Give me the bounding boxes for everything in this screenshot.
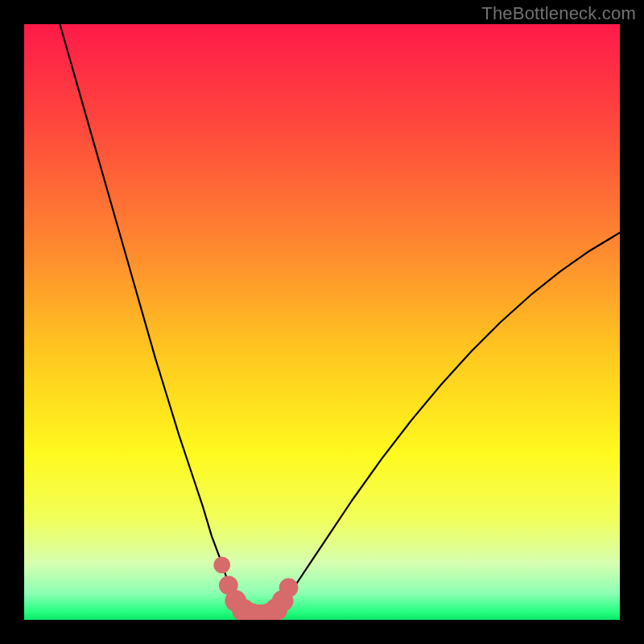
bottleneck-curve xyxy=(60,24,620,617)
curve-layer xyxy=(24,24,620,620)
curve-marker xyxy=(213,557,230,574)
curve-marker xyxy=(279,578,299,597)
plot-area xyxy=(24,24,620,620)
chart-frame: TheBottleneck.com xyxy=(0,0,644,644)
watermark-text: TheBottleneck.com xyxy=(481,3,636,24)
